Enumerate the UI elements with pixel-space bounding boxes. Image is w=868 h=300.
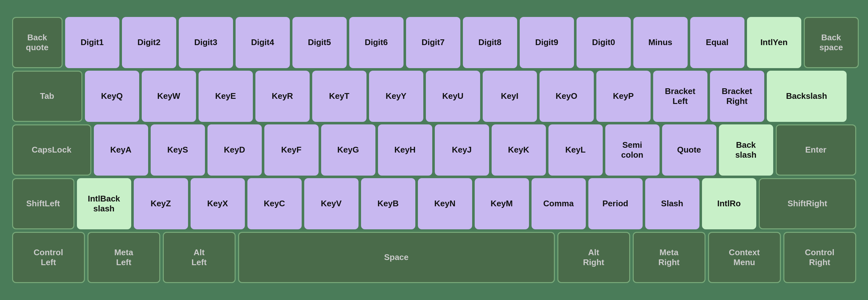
key-keyq[interactable]: KeyQ <box>85 71 139 122</box>
key-controlright[interactable]: ControlRight <box>783 232 856 283</box>
key-minus[interactable]: Minus <box>633 17 688 68</box>
key-comma[interactable]: Comma <box>531 178 586 229</box>
key-intlyen[interactable]: IntlYen <box>747 17 801 68</box>
key-keym[interactable]: KeyM <box>475 178 529 229</box>
key-row-row4: ShiftLeftIntlBackslashKeyZKeyXKeyCKeyVKe… <box>12 178 856 229</box>
key-keyr[interactable]: KeyR <box>255 71 310 122</box>
key-keyn[interactable]: KeyN <box>418 178 472 229</box>
key-keyz[interactable]: KeyZ <box>134 178 188 229</box>
key-digit5[interactable]: Digit5 <box>292 17 347 68</box>
key-digit0[interactable]: Digit0 <box>577 17 631 68</box>
key-keyc[interactable]: KeyC <box>247 178 302 229</box>
key-digit7[interactable]: Digit7 <box>406 17 460 68</box>
key-keyv[interactable]: KeyV <box>304 178 359 229</box>
key-intlro[interactable]: IntlRo <box>702 178 756 229</box>
key-keyo[interactable]: KeyO <box>539 71 594 122</box>
key-shiftleft[interactable]: ShiftLeft <box>12 178 74 229</box>
key-digit8[interactable]: Digit8 <box>463 17 517 68</box>
key-keyh[interactable]: KeyH <box>378 125 432 175</box>
key-keyt[interactable]: KeyT <box>312 71 367 122</box>
key-keyf[interactable]: KeyF <box>264 125 319 175</box>
key-equal[interactable]: Equal <box>690 17 744 68</box>
key-enter[interactable]: Enter <box>776 125 856 175</box>
key-keyx[interactable]: KeyX <box>191 178 245 229</box>
key-digit1[interactable]: Digit1 <box>65 17 119 68</box>
key-bracketright[interactable]: BracketRight <box>710 71 764 122</box>
key-digit9[interactable]: Digit9 <box>520 17 574 68</box>
key-row-row5: ControlLeftMetaLeftAltLeftSpaceAltRightM… <box>12 232 856 283</box>
key-bracketleft[interactable]: BracketLeft <box>653 71 707 122</box>
key-keyl[interactable]: KeyL <box>549 125 603 175</box>
key-keyp[interactable]: KeyP <box>596 71 651 122</box>
key-keye[interactable]: KeyE <box>198 71 253 122</box>
key-keyj[interactable]: KeyJ <box>435 125 489 175</box>
key-keyi[interactable]: KeyI <box>483 71 537 122</box>
key-shiftright[interactable]: ShiftRight <box>759 178 856 229</box>
key-keyu[interactable]: KeyU <box>426 71 480 122</box>
keyboard: BackquoteDigit1Digit2Digit3Digit4Digit5D… <box>6 11 862 289</box>
key-digit6[interactable]: Digit6 <box>349 17 404 68</box>
key-slash[interactable]: Slash <box>645 178 700 229</box>
key-period[interactable]: Period <box>588 178 643 229</box>
key-capslock[interactable]: CapsLock <box>12 125 91 175</box>
key-digit4[interactable]: Digit4 <box>236 17 290 68</box>
key-backslash2[interactable]: Backslash <box>719 125 773 175</box>
key-row-row1: BackquoteDigit1Digit2Digit3Digit4Digit5D… <box>12 17 856 68</box>
key-space[interactable]: Space <box>238 232 555 283</box>
key-backspace[interactable]: Backspace <box>804 17 859 68</box>
key-backquote[interactable]: Backquote <box>12 17 63 68</box>
key-digit3[interactable]: Digit3 <box>179 17 233 68</box>
key-altright[interactable]: AltRight <box>557 232 630 283</box>
key-backslash[interactable]: Backslash <box>767 71 847 122</box>
key-altleft[interactable]: AltLeft <box>163 232 236 283</box>
key-keyd[interactable]: KeyD <box>208 125 262 175</box>
key-quote[interactable]: Quote <box>662 125 716 175</box>
key-semicolon[interactable]: Semicolon <box>605 125 659 175</box>
key-controlleft[interactable]: ControlLeft <box>12 232 85 283</box>
key-contextmenu[interactable]: ContextMenu <box>708 232 781 283</box>
key-keyb[interactable]: KeyB <box>361 178 415 229</box>
key-intlbackslash[interactable]: IntlBackslash <box>77 178 131 229</box>
key-row-row2: TabKeyQKeyWKeyEKeyRKeyTKeyYKeyUKeyIKeyOK… <box>12 71 856 122</box>
key-row-row3: CapsLockKeyAKeySKeyDKeyFKeyGKeyHKeyJKeyK… <box>12 125 856 175</box>
key-metaright[interactable]: MetaRight <box>633 232 706 283</box>
key-keyy[interactable]: KeyY <box>369 71 423 122</box>
key-keya[interactable]: KeyA <box>94 125 148 175</box>
key-keys[interactable]: KeyS <box>151 125 205 175</box>
key-tab[interactable]: Tab <box>12 71 82 122</box>
key-keyg[interactable]: KeyG <box>321 125 375 175</box>
key-digit2[interactable]: Digit2 <box>122 17 176 68</box>
key-metaleft[interactable]: MetaLeft <box>88 232 160 283</box>
key-keyk[interactable]: KeyK <box>492 125 546 175</box>
key-keyw[interactable]: KeyW <box>142 71 196 122</box>
